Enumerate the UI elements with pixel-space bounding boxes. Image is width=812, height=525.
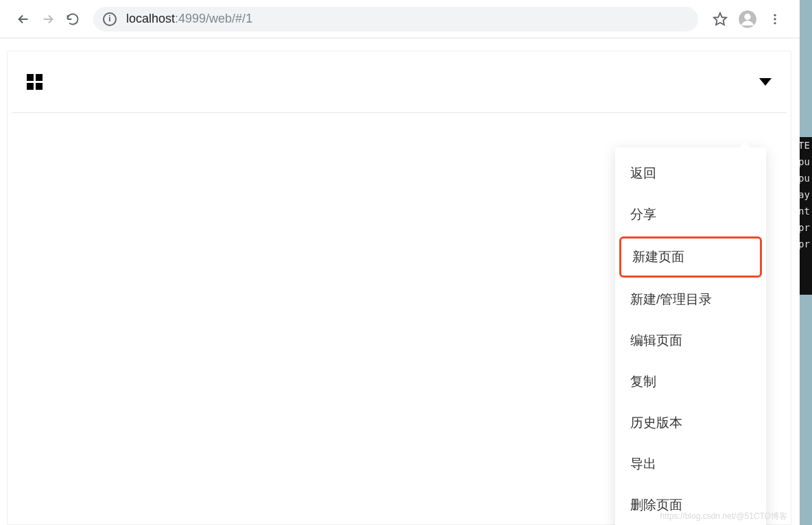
card-header [12,51,787,113]
menu-item-share[interactable]: 分享 [615,194,766,235]
menu-item-manage-catalog[interactable]: 新建/管理目录 [615,279,766,320]
reload-button[interactable] [60,7,85,32]
address-bar[interactable]: i localhost:4999/web/#/1 [93,7,698,32]
svg-point-4 [774,18,776,20]
page-content-area: 返回 分享 新建页面 新建/管理目录 编辑页面 复制 历史版本 导出 删除页面 … [0,38,800,525]
url-host: localhost [126,12,175,26]
menu-item-back[interactable]: 返回 [615,153,766,194]
watermark-text: https://blog.csdn.net/@51CTO博客 [660,511,787,522]
forward-button[interactable] [36,7,60,32]
svg-point-3 [774,14,776,16]
menu-item-copy[interactable]: 复制 [615,361,766,402]
back-button[interactable] [11,7,36,32]
url-path: :4999/web/#/1 [175,12,252,26]
site-info-icon[interactable]: i [103,12,117,26]
account-icon[interactable] [734,5,761,33]
svg-point-5 [774,22,776,24]
menu-item-export[interactable]: 导出 [615,443,766,485]
svg-point-2 [744,13,750,19]
main-card: 返回 分享 新建页面 新建/管理目录 编辑页面 复制 历史版本 导出 删除页面 [7,51,791,525]
menu-item-edit-page[interactable]: 编辑页面 [615,320,766,361]
browser-toolbar: i localhost:4999/web/#/1 [0,0,800,38]
page-actions-dropdown: 返回 分享 新建页面 新建/管理目录 编辑页面 复制 历史版本 导出 删除页面 [615,147,766,525]
apps-grid-icon[interactable] [27,74,43,90]
bookmark-star-icon[interactable] [706,5,734,33]
svg-marker-0 [714,12,726,24]
menu-item-history[interactable]: 历史版本 [615,402,766,443]
dropdown-caret-icon[interactable] [759,78,772,86]
browser-menu-icon[interactable] [761,5,789,33]
menu-item-new-page[interactable]: 新建页面 [619,236,762,278]
